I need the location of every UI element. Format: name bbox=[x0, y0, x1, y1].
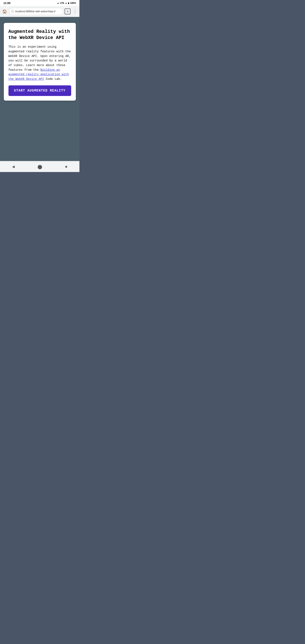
battery-icon bbox=[68, 2, 69, 4]
card-body-text-1: This is an experiment using augmented re… bbox=[8, 45, 71, 72]
status-icons: LTE 100% bbox=[57, 2, 76, 4]
back-nav-button[interactable] bbox=[9, 162, 18, 171]
browser-bar: 🏠 ⓘ localhost:8888/ar-with-webxr/step-0 … bbox=[0, 6, 80, 17]
lte-label: LTE bbox=[60, 2, 64, 4]
address-bar[interactable]: ⓘ localhost:8888/ar-with-webxr/step-0 bbox=[9, 8, 63, 15]
home-nav-button[interactable] bbox=[36, 162, 44, 171]
signal-icon bbox=[65, 2, 67, 4]
page-background: Augmented Reality with the WebXR Device … bbox=[0, 17, 80, 161]
home-button[interactable]: 🏠 bbox=[2, 8, 8, 14]
status-bar: 11:00 LTE 100% bbox=[0, 0, 80, 6]
status-time: 11:00 bbox=[4, 2, 10, 5]
card-body-text-2: Code Lab. bbox=[44, 77, 62, 81]
start-ar-button[interactable]: START AUGMENTED REALITY bbox=[8, 85, 71, 96]
wifi-icon bbox=[57, 2, 59, 4]
battery-label: 100% bbox=[70, 2, 76, 4]
content-card: Augmented Reality with the WebXR Device … bbox=[4, 23, 76, 100]
tab-switcher-button[interactable]: 3 bbox=[64, 8, 70, 14]
card-title: Augmented Reality with the WebXR Device … bbox=[8, 29, 71, 41]
recents-nav-button[interactable] bbox=[62, 162, 70, 171]
url-text: localhost:8888/ar-with-webxr/step-0 bbox=[15, 10, 55, 13]
menu-button[interactable]: ⋮ bbox=[72, 8, 78, 14]
nav-bar bbox=[0, 161, 80, 172]
info-icon: ⓘ bbox=[11, 10, 14, 13]
card-body: This is an experiment using augmented re… bbox=[8, 45, 71, 82]
